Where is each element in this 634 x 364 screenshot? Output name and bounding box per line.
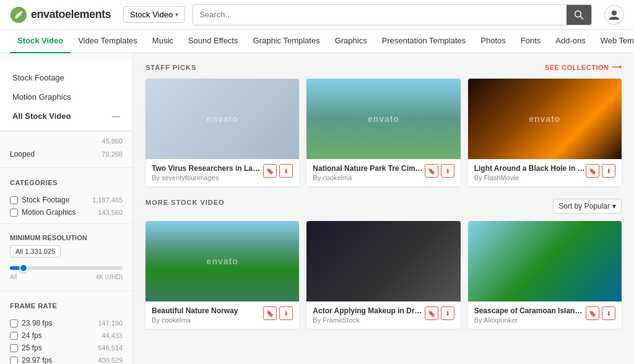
card-space-thumbnail[interactable]: envato <box>468 79 622 159</box>
card-space: envato Light Around a Black Hole in Spac… <box>468 79 622 186</box>
staff-picks-title: STAFF PICKS <box>145 64 196 71</box>
card-actor-actions: 🔖 ⬇ <box>425 306 454 320</box>
card-mountain-thumbnail[interactable]: envato <box>306 79 460 159</box>
card-space-author: By FlashMovie <box>474 174 586 181</box>
card-mountain-bookmark-button[interactable]: 🔖 <box>425 164 438 178</box>
dropdown-item-all-stock-video[interactable]: All Stock Video — <box>0 106 132 126</box>
card-norway-info: Beautiful Nature Norway By cookelma 🔖 ⬇ <box>145 301 299 329</box>
fps-24-checkbox[interactable] <box>10 332 18 340</box>
nav-item-presentation-templates[interactable]: Presentation Templates <box>375 30 474 53</box>
watermark: envato <box>207 114 238 124</box>
card-lab: envato Two Virus Researchers in Laborato… <box>145 79 299 186</box>
logo-text: envatoelements <box>31 8 111 21</box>
card-seascape: Seascape of Caramoan Islands, Cam... By … <box>468 221 622 329</box>
card-norway-actions: 🔖 ⬇ <box>263 306 293 320</box>
card-seascape-thumbnail[interactable] <box>468 221 622 301</box>
card-norway: envato Beautiful Nature Norway By cookel… <box>145 221 299 329</box>
card-space-bookmark-button[interactable]: 🔖 <box>586 164 599 178</box>
card-actor-download-button[interactable]: ⬇ <box>441 306 454 320</box>
nav-bar: Stock Video Video Templates Music Sound … <box>0 30 634 53</box>
nav-item-graphics[interactable]: Graphics <box>328 30 375 53</box>
main-layout: Stock Footage Motion Graphics All Stock … <box>0 53 634 364</box>
nav-item-graphic-templates[interactable]: Graphic Templates <box>246 30 328 53</box>
card-mountain: envato National Nature Park Tre Cime In … <box>306 79 460 186</box>
fps-25-checkbox[interactable] <box>10 344 18 352</box>
card-actor-bookmark-button[interactable]: 🔖 <box>425 306 438 320</box>
arrow-right-icon: ⟶ <box>612 63 622 71</box>
nav-item-stock-video[interactable]: Stock Video <box>10 30 71 53</box>
card-norway-bookmark-button[interactable]: 🔖 <box>263 306 277 320</box>
card-lab-thumbnail[interactable]: envato <box>145 79 299 159</box>
user-account-icon[interactable] <box>604 5 624 25</box>
more-stock-video-grid: envato Beautiful Nature Norway By cookel… <box>145 221 622 329</box>
card-actor-title: Actor Applying Makeup in Dressing ... <box>313 306 424 315</box>
staff-picks-grid: envato Two Virus Researchers in Laborato… <box>145 79 622 186</box>
sidebar-looped-row: Looped 70,268 <box>10 147 123 161</box>
nav-item-music[interactable]: Music <box>145 30 181 53</box>
fps-24-row[interactable]: 24 fps 44,433 <box>0 329 132 342</box>
sort-dropdown[interactable]: Sort by Popular ▾ <box>553 199 622 214</box>
min-resolution-section: Minimum Resolution All 1,331,025 All 4K … <box>0 229 132 285</box>
nav-item-add-ons[interactable]: Add-ons <box>548 30 593 53</box>
card-lab-actions: 🔖 ⬇ <box>263 164 293 178</box>
fps-29-row[interactable]: 29.97 fps 400,529 <box>0 354 132 364</box>
card-lab-download-button[interactable]: ⬇ <box>279 164 293 178</box>
active-indicator: — <box>112 111 120 121</box>
category-stock-footage-checkbox[interactable] <box>10 196 18 204</box>
min-resolution-title: Minimum Resolution <box>10 234 123 241</box>
see-collection-link[interactable]: SEE COLLECTION ⟶ <box>545 63 622 71</box>
frame-rate-title: Frame Rate <box>10 302 123 310</box>
card-seascape-info: Seascape of Caramoan Islands, Cam... By … <box>468 301 622 329</box>
sidebar: Stock Footage Motion Graphics All Stock … <box>0 53 133 364</box>
search-button[interactable] <box>567 4 591 25</box>
card-lab-bookmark-button[interactable]: 🔖 <box>263 164 277 178</box>
card-seascape-actions: 🔖 ⬇ <box>586 306 615 320</box>
nav-item-web-templates[interactable]: Web Templates <box>593 30 634 53</box>
dropdown-item-motion-graphics[interactable]: Motion Graphics <box>0 87 132 106</box>
header: envatoelements Stock Video ▾ <box>0 0 634 30</box>
card-seascape-download-button[interactable]: ⬇ <box>602 306 615 320</box>
sort-chevron-icon: ▾ <box>612 202 616 210</box>
resolution-slider-track[interactable] <box>10 266 123 270</box>
card-norway-download-button[interactable]: ⬇ <box>279 306 293 320</box>
card-lab-author: By seventyfourimages <box>152 174 263 181</box>
slider-thumb[interactable] <box>19 264 28 272</box>
fps-25-row[interactable]: 25 fps 546,514 <box>0 342 132 354</box>
card-mountain-author: By cookelma <box>313 174 424 181</box>
min-resolution-value: All 1,331,025 <box>10 245 61 258</box>
nav-item-sound-effects[interactable]: Sound Effects <box>181 30 246 53</box>
dropdown-item-stock-footage[interactable]: Stock Footage <box>0 68 132 87</box>
card-mountain-title: National Nature Park Tre Cime In th... <box>313 164 424 173</box>
nav-item-photos[interactable]: Photos <box>473 30 513 53</box>
svg-line-2 <box>581 16 584 19</box>
category-stock-footage[interactable]: Stock Footage 1,187,465 <box>0 194 132 206</box>
card-actor-thumbnail[interactable] <box>306 221 460 301</box>
content-area: STAFF PICKS SEE COLLECTION ⟶ envato Two … <box>133 53 634 364</box>
frame-rate-section: Frame Rate <box>0 296 132 317</box>
card-norway-title: Beautiful Nature Norway <box>152 306 263 315</box>
chevron-down-icon: ▾ <box>175 11 178 18</box>
svg-point-3 <box>612 11 617 15</box>
fps-29-checkbox[interactable] <box>10 357 18 365</box>
nav-item-fonts[interactable]: Fonts <box>513 30 549 53</box>
stock-video-dropdown-button[interactable]: Stock Video ▾ <box>123 6 185 23</box>
fps-23-checkbox[interactable] <box>10 319 18 327</box>
card-space-download-button[interactable]: ⬇ <box>602 164 615 178</box>
category-motion-graphics-checkbox[interactable] <box>10 209 18 217</box>
search-input[interactable] <box>193 10 567 19</box>
card-space-actions: 🔖 ⬇ <box>586 164 615 178</box>
fps-23-row[interactable]: 23.98 fps 147,190 <box>0 317 132 329</box>
card-seascape-bookmark-button[interactable]: 🔖 <box>586 306 599 320</box>
card-norway-thumbnail[interactable]: envato <box>145 221 299 301</box>
search-icon <box>574 10 584 20</box>
nav-item-video-templates[interactable]: Video Templates <box>71 30 145 53</box>
card-space-title: Light Around a Black Hole in Space ... <box>474 164 586 173</box>
card-actor: Actor Applying Makeup in Dressing ... By… <box>306 221 460 329</box>
card-actor-author: By FrameStock <box>313 316 424 324</box>
logo[interactable]: envatoelements <box>10 6 111 24</box>
card-lab-title: Two Virus Researchers in Laboratory <box>152 164 263 173</box>
staff-picks-header: STAFF PICKS SEE COLLECTION ⟶ <box>145 63 622 71</box>
category-motion-graphics[interactable]: Motion Graphics 143,560 <box>0 206 132 219</box>
card-mountain-download-button[interactable]: ⬇ <box>441 164 454 178</box>
sidebar-categories-section: Categories <box>0 173 132 194</box>
